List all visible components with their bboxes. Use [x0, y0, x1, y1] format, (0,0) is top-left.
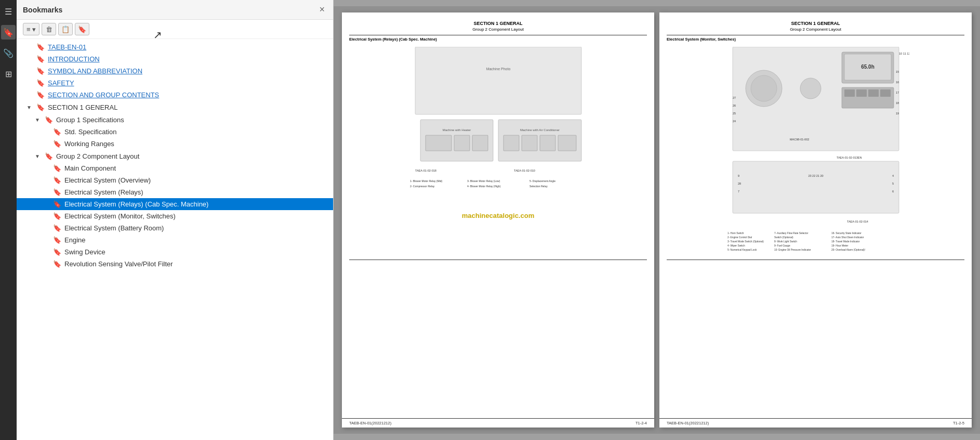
svg-rect-11 — [540, 135, 555, 151]
bookmark-icon-elec-overview: 🔖 — [53, 176, 61, 184]
bookmark-icon-swing: 🔖 — [53, 248, 61, 256]
svg-text:2-  Engine Control Dial: 2- Engine Control Dial — [727, 236, 752, 239]
expand-section1-icon[interactable]: ▼ — [25, 103, 33, 111]
svg-rect-28 — [868, 89, 879, 97]
delete-bookmark-button[interactable]: 🗑 — [42, 23, 56, 35]
svg-text:10- Engine Oil Pressure Indica: 10- Engine Oil Pressure Indicator — [774, 249, 811, 251]
svg-rect-10 — [522, 135, 537, 151]
bookmark-group2[interactable]: ▼ 🔖 Group 2 Component Layout — [17, 150, 333, 162]
page-right: SECTION 1 GENERAL Group 2 Component Layo… — [659, 12, 972, 428]
svg-text:26: 26 — [733, 104, 736, 107]
bookmark-elec-relays-cab[interactable]: 🔖 Electrical System (Relays) (Cab Spec. … — [17, 198, 333, 210]
bookmark-icon-taeb: 🔖 — [36, 43, 45, 51]
bookmark-icon-working-ranges: 🔖 — [53, 140, 61, 148]
bookmark-std-spec[interactable]: 🔖 Std. Specification — [17, 126, 333, 138]
copy-bookmark-button[interactable]: 📋 — [58, 23, 73, 35]
svg-text:7: 7 — [738, 190, 739, 193]
page-left: SECTION 1 GENERAL Group 2 Component Layo… — [342, 12, 654, 428]
page-divider — [656, 12, 657, 428]
bookmark-options-button[interactable]: ≡ ▾ — [23, 23, 39, 35]
bookmark-group1[interactable]: ▼ 🔖 Group 1 Specifications — [17, 113, 333, 126]
svg-rect-0 — [415, 47, 581, 114]
svg-text:TAEA-01-02-014: TAEA-01-02-014 — [847, 220, 868, 223]
bookmark-label-main-component: Main Component — [64, 164, 116, 172]
page-right-footer-left: TAEB-EN-01(20221212) — [667, 421, 709, 425]
svg-text:Switch (Optional): Switch (Optional) — [774, 236, 793, 239]
svg-text:9-  Fuel Gauge: 9- Fuel Gauge — [774, 244, 790, 247]
bookmark-panel-icon[interactable]: 🔖 — [1, 25, 16, 40]
svg-text:18- Travel Mode Indicator: 18- Travel Mode Indicator — [831, 240, 860, 243]
bookmark-icon-elec-monitor: 🔖 — [53, 212, 61, 220]
bookmark-icon-std-spec: 🔖 — [53, 128, 61, 136]
svg-text:3- Blower Motor Relay (Low): 3- Blower Motor Relay (Low) — [467, 179, 500, 183]
bookmark-label-elec-monitor: Electrical System (Monitor, Switches) — [64, 212, 176, 220]
bookmark-main-component[interactable]: 🔖 Main Component — [17, 162, 333, 174]
svg-rect-45 — [733, 161, 899, 213]
add-bookmark-button[interactable]: 🔖 — [75, 23, 89, 35]
bookmark-elec-monitor[interactable]: 🔖 Electrical System (Monitor, Switches) — [17, 210, 333, 222]
pages-container: SECTION 1 GENERAL Group 2 Component Layo… — [334, 6, 980, 434]
bookmark-label-engine: Engine — [64, 236, 85, 244]
bookmark-section-contents[interactable]: 🔖 SECTION AND GROUP CONTENTS — [17, 89, 333, 101]
bookmark-label-elec-battery: Electrical System (Battery Room) — [64, 224, 164, 232]
svg-text:6: 6 — [892, 190, 893, 193]
expand-group1-icon[interactable]: ▼ — [33, 115, 42, 124]
bookmarks-title: Bookmarks — [23, 6, 62, 14]
bookmark-elec-overview[interactable]: 🔖 Electrical System (Overview) — [17, 174, 333, 186]
bookmark-working-ranges[interactable]: 🔖 Working Ranges — [17, 138, 333, 150]
attachment-icon[interactable]: 📎 — [1, 46, 16, 60]
svg-text:20- Overload Alarm (Optional)/: 20- Overload Alarm (Optional)/ — [831, 249, 866, 251]
bookmark-intro[interactable]: 🔖 INTRODUCTION — [17, 53, 333, 65]
bookmark-icon-engine: 🔖 — [53, 236, 61, 244]
page-left-footer: TAEB-EN-01(20221212) T1-2-4 — [342, 418, 654, 428]
svg-text:18: 18 — [895, 101, 898, 105]
bookmark-icon-main-component: 🔖 — [53, 164, 61, 172]
page-right-content: SECTION 1 GENERAL Group 2 Component Layo… — [659, 12, 972, 418]
expand-group2-icon[interactable]: ▼ — [33, 152, 42, 160]
svg-text:15: 15 — [895, 70, 898, 73]
top-bar — [334, 0, 980, 6]
svg-text:27: 27 — [733, 96, 736, 99]
bookmark-label-swing: Swing Device — [64, 248, 105, 256]
svg-text:4- Blower Motor Relay (High): 4- Blower Motor Relay (High) — [467, 185, 501, 188]
bookmark-icon-safety: 🔖 — [36, 79, 45, 87]
page-left-header-subtitle: Group 2 Component Layout — [349, 27, 647, 32]
svg-text:TAEA-01-02-018: TAEA-01-02-018 — [415, 169, 436, 172]
page-right-header-subtitle: Group 2 Component Layout — [667, 27, 964, 32]
svg-text:16: 16 — [895, 81, 898, 84]
svg-text:19- Hour Meter: 19- Hour Meter — [831, 244, 849, 247]
svg-rect-12 — [558, 135, 576, 151]
svg-text:5-  Numerical Keypad Lock: 5- Numerical Keypad Lock — [727, 249, 757, 251]
svg-text:28: 28 — [738, 182, 741, 185]
svg-text:Machine with Heater: Machine with Heater — [442, 128, 471, 132]
page-left-header-title: SECTION 1 GENERAL — [349, 21, 647, 26]
bookmark-swing[interactable]: 🔖 Swing Device — [17, 246, 333, 258]
svg-text:25: 25 — [733, 112, 736, 115]
bookmark-icon-revolution: 🔖 — [53, 260, 61, 268]
layers-panel-icon[interactable]: ⊞ — [1, 67, 16, 81]
bookmark-icon-section1: 🔖 — [36, 103, 45, 111]
bookmark-taeb[interactable]: 🔖 TAEB-EN-01 — [17, 41, 333, 53]
bookmark-label-std-spec: Std. Specification — [64, 128, 116, 136]
svg-text:9: 9 — [738, 174, 739, 177]
bookmark-label-safety: SAFETY — [48, 79, 74, 87]
bookmark-safety[interactable]: 🔖 SAFETY — [17, 77, 333, 89]
bookmark-icon-elec-relays-cab: 🔖 — [53, 200, 61, 208]
svg-text:Selection Relay: Selection Relay — [529, 185, 548, 188]
bookmark-label-elec-overview: Electrical System (Overview) — [64, 176, 151, 184]
bookmark-symbol[interactable]: 🔖 SYMBOL AND ABBREVIATION — [17, 65, 333, 77]
page-left-content: SECTION 1 GENERAL Group 2 Component Layo… — [342, 12, 654, 418]
hamburger-menu-icon[interactable]: ☰ — [1, 4, 16, 19]
bookmark-icon-group2: 🔖 — [45, 152, 53, 160]
bookmark-engine[interactable]: 🔖 Engine — [17, 234, 333, 246]
svg-text:4: 4 — [892, 174, 893, 177]
bookmark-label-elec-relays-cab: Electrical System (Relays) (Cab Spec. Ma… — [64, 200, 208, 208]
svg-text:3-  Travel Mode Switch (Option: 3- Travel Mode Switch (Optional) — [727, 240, 764, 243]
bookmark-elec-battery[interactable]: 🔖 Electrical System (Battery Room) — [17, 222, 333, 234]
svg-rect-9 — [504, 135, 519, 151]
bookmark-section1[interactable]: ▼ 🔖 SECTION 1 GENERAL — [17, 101, 333, 113]
bookmark-elec-relays[interactable]: 🔖 Electrical System (Relays) — [17, 186, 333, 198]
bookmark-label-intro: INTRODUCTION — [48, 55, 100, 63]
close-button[interactable]: × — [317, 4, 327, 15]
bookmark-revolution[interactable]: 🔖 Revolution Sensing Valve/Pilot Filter — [17, 258, 333, 270]
